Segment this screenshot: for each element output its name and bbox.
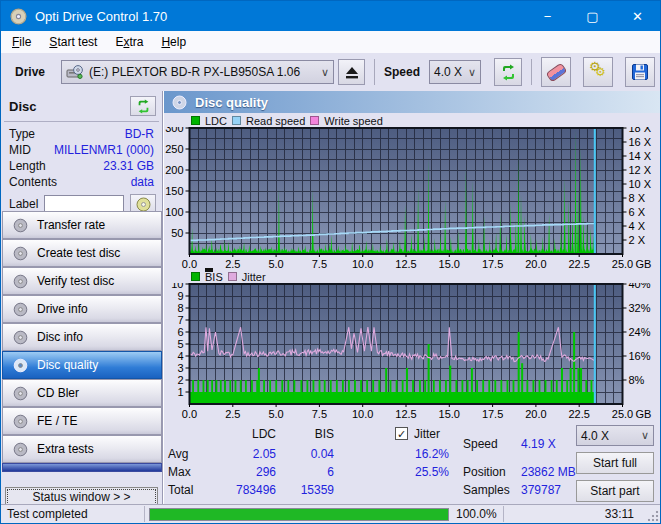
svg-text:0.0: 0.0 [182,408,197,420]
stats-header-ldc: LDC [204,427,276,441]
svg-text:300: 300 [165,127,183,134]
eject-button[interactable] [338,59,365,85]
legend-label: LDC [205,115,227,127]
stats-row-label: Avg [168,447,188,461]
stats-total-bis: 15359 [282,483,334,497]
svg-text:GB: GB [636,258,652,269]
svg-text:15.0: 15.0 [439,258,460,269]
stats-row-label: Max [168,465,191,479]
svg-text:25.0: 25.0 [612,408,633,420]
disc-label-caption: Label [9,197,38,211]
stats-max-bis: 6 [282,465,334,479]
svg-text:10: 10 [171,283,183,290]
cd-icon [13,414,28,429]
jitter-checkbox[interactable]: ✓ [395,427,408,440]
maximize-button[interactable]: ▢ [570,1,615,31]
main-header-title: Disc quality [195,95,268,110]
sidebar-item-label: Disc info [37,330,83,344]
stats-header-bis: BIS [282,427,334,441]
chevron-down-icon: ∨ [464,66,476,79]
disc-field-label: Type [9,127,35,141]
samples-stat-label: Samples [463,483,510,497]
menu-item-file[interactable]: File [3,33,40,51]
legend-label: Read speed [246,115,305,127]
progress-percent: 100.0% [456,507,497,521]
progress-bar-fill [150,509,448,520]
speed-label: Speed [384,65,420,79]
svg-text:18 X: 18 X [629,127,652,134]
refresh-button[interactable] [494,58,522,86]
sidebar-item-disc-info[interactable]: Disc info [2,323,162,351]
cd-icon [13,246,28,261]
start-full-button[interactable]: Start full [576,452,654,474]
app-disc-icon [10,8,27,25]
minimize-button[interactable]: − [525,1,570,31]
sidebar-item-label: FE / TE [37,414,77,428]
sidebar-item-create-test-disc[interactable]: Create test disc [2,239,162,267]
legend-label: Write speed [324,115,383,127]
bis-jitter-chart: 1098765432140%32%24%16%8%0.02.55.07.510.… [164,283,658,421]
sidebar-item-extra-tests[interactable]: Extra tests [2,435,162,463]
erase-disc-button[interactable] [541,57,571,87]
cd-icon [13,330,28,345]
svg-text:10.0: 10.0 [352,408,373,420]
cd-icon [13,218,28,233]
sidebar-item-fe-te[interactable]: FE / TE [2,407,162,435]
jitter-checkbox-label: Jitter [414,427,440,441]
statusbar: Test completed 100.0% 33:11 [1,504,660,523]
svg-text:8%: 8% [629,374,645,386]
sidebar-item-disc-quality[interactable]: Disc quality [2,351,162,379]
chevron-down-icon: ∨ [637,429,649,442]
speed-select[interactable]: 4.0 X ∨ [429,60,481,84]
samples-stat-value: 379787 [521,483,561,497]
svg-text:3: 3 [177,362,183,374]
disc-field-label: Length [9,159,46,173]
sidebar-item-label: Transfer rate [37,218,105,232]
legend-marker [205,268,213,272]
svg-text:2.5: 2.5 [225,258,240,269]
svg-text:8 X: 8 X [629,192,646,204]
app-window: Opti Drive Control 1.70 − ▢ ✕ FileStart … [0,0,661,524]
stats-max-jitter: 25.5% [344,465,449,479]
svg-text:32%: 32% [629,302,651,314]
menu-item-extra[interactable]: Extra [106,33,152,51]
svg-text:12 X: 12 X [629,164,652,176]
legend-swatch [191,272,200,281]
legend-swatch [191,116,200,125]
drive-select[interactable]: (E:) PLEXTOR BD-R PX-LB950SA 1.06 ∨ [61,60,334,84]
drive-icon [66,64,84,80]
menu-item-start-test[interactable]: Start test [40,33,106,51]
svg-text:40%: 40% [629,283,651,290]
svg-text:12.5: 12.5 [395,258,416,269]
start-part-button[interactable]: Start part [576,480,654,502]
disc-panel-title: Disc [9,99,36,114]
stats-avg-bis: 0.04 [282,447,334,461]
sidebar-item-verify-test-disc[interactable]: Verify test disc [2,267,162,295]
close-button[interactable]: ✕ [615,1,660,31]
legend-label: Jitter [242,271,266,283]
bottom-speed-select[interactable]: 4.0 X ∨ [576,425,654,446]
settings-button[interactable]: ⚙ ⚙ [583,57,613,87]
svg-text:2 X: 2 X [629,234,646,246]
resize-grip[interactable] [647,510,659,522]
cd-icon [13,386,28,401]
stats-panel: LDC BIS ✓ Jitter Speed 4.19 X Position 2… [164,423,660,505]
sidebar-item-drive-info[interactable]: Drive info [2,295,162,323]
svg-text:5: 5 [177,338,183,350]
disc-refresh-button[interactable] [130,96,156,116]
legend-label: BIS [205,271,223,283]
menu-item-help[interactable]: Help [152,33,195,51]
svg-text:25.0: 25.0 [612,258,633,269]
svg-text:10.0: 10.0 [352,258,373,269]
svg-text:150: 150 [165,185,183,197]
save-button[interactable] [625,57,655,87]
svg-text:1: 1 [177,386,183,398]
sidebar-item-transfer-rate[interactable]: Transfer rate [2,211,162,239]
disc-field-length: Length23.31 GB [1,158,162,174]
window-title: Opti Drive Control 1.70 [35,9,167,24]
svg-text:5.0: 5.0 [268,408,283,420]
drive-select-value: (E:) PLEXTOR BD-R PX-LB950SA 1.06 [89,65,300,79]
sidebar-item-cd-bler[interactable]: CD Bler [2,379,162,407]
cd-icon [13,442,28,457]
bis-jitter-legend: BISJitter [191,270,660,283]
